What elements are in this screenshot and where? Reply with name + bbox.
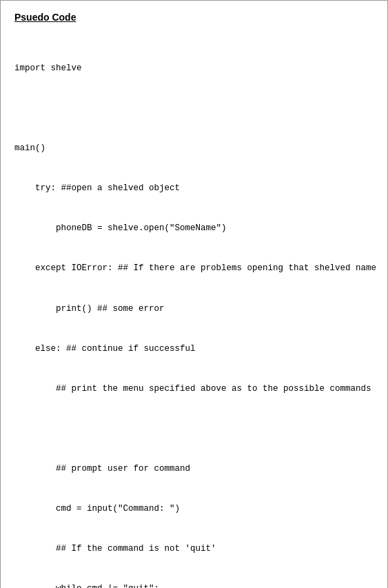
code-block: import shelve main() try: ##open a shelv… [14, 35, 374, 588]
line-try: try: ##open a shelved object [14, 182, 374, 195]
line-blank1 [14, 102, 374, 115]
line-except-ioerror: except IOError: ## If there are problems… [14, 262, 374, 275]
line-prompt-comment: ## prompt user for command [14, 463, 374, 476]
line-print-menu: ## print the menu specified above as to … [14, 383, 374, 396]
line-import: import shelve [14, 62, 374, 75]
line-main: main() [14, 142, 374, 155]
line-phonedb-open: phoneDB = shelve.open("SomeName") [14, 222, 374, 235]
line-cmd-input: cmd = input("Command: ") [14, 503, 374, 516]
line-else: else: ## continue if successful [14, 343, 374, 356]
line-if-comment: ## If the command is not 'quit' [14, 543, 374, 556]
line-while: while cmd != "quit": [14, 582, 374, 588]
line-print-error: print() ## some error [14, 303, 374, 316]
line-blank2 [14, 423, 374, 436]
main-window: Psuedo Code import shelve main() try: ##… [0, 0, 388, 588]
page-title: Psuedo Code [14, 12, 374, 23]
